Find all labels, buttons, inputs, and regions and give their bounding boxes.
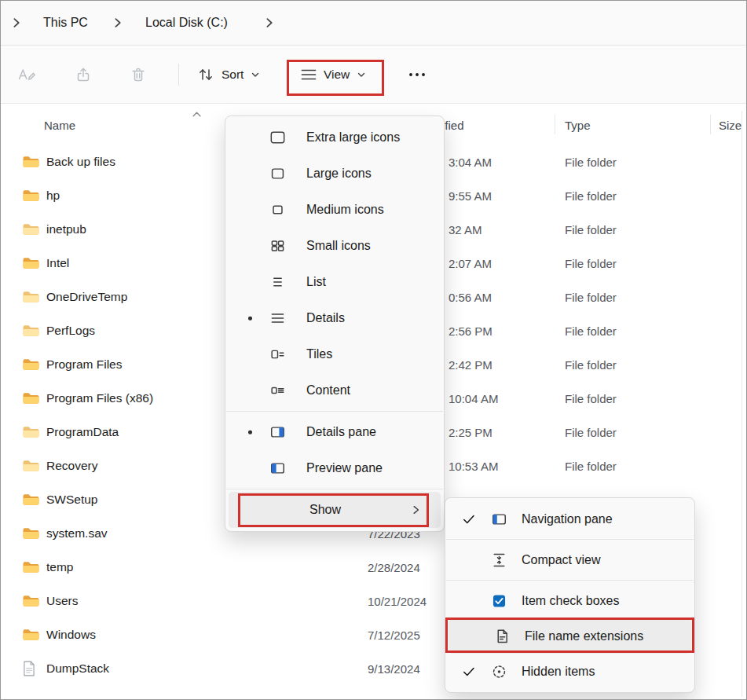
delete-button[interactable] (125, 61, 152, 88)
file-date-modified: 10:04 AM (449, 391, 498, 405)
file-type: File folder (565, 425, 617, 438)
show-submenu: Navigation paneCompact viewItem check bo… (445, 497, 695, 693)
file-name: system.sav (46, 526, 108, 541)
menu-item-label: Preview pane (306, 461, 383, 475)
show-submenu-item-file-name-extensions[interactable]: File name extensions (449, 618, 691, 654)
view-menu-item-details[interactable]: Details (225, 300, 444, 336)
menu-separator (226, 411, 443, 412)
view-menu-item-tiles[interactable]: Tiles (225, 336, 444, 372)
file-date-modified: 2/28/2024 (368, 560, 420, 574)
show-submenu-item-navigation-pane[interactable]: Navigation pane (445, 501, 694, 537)
view-menu-item-medium-icons[interactable]: Medium icons (225, 192, 444, 228)
folder-light-icon (22, 424, 40, 439)
file-date-modified: 0:56 AM (449, 290, 492, 303)
column-header-type[interactable]: Type (565, 118, 591, 131)
menu-item-label: Small icons (306, 239, 371, 253)
chevron-down-icon (357, 70, 366, 79)
file-type: File folder (565, 391, 617, 405)
column-header-name[interactable]: Name (44, 118, 75, 131)
tiles-view-icon (269, 346, 286, 363)
chevron-down-icon (251, 70, 260, 79)
menu-item-label: Tiles (306, 347, 332, 361)
file-date-modified: 7/12/2025 (368, 628, 420, 641)
column-header-size[interactable]: Size (719, 118, 742, 131)
show-submenu-item-item-check-boxes[interactable]: Item check boxes (445, 583, 694, 618)
menu-item-label: Item check boxes (522, 594, 620, 608)
chevron-right-icon[interactable] (11, 17, 21, 29)
medium-icons-icon (269, 202, 286, 218)
file-name: Back up files (46, 155, 115, 169)
navigation-pane-icon (491, 511, 507, 527)
column-divider[interactable] (710, 115, 711, 134)
selected-indicator (248, 431, 252, 434)
file-type: File folder (565, 459, 617, 472)
folder-icon (22, 390, 40, 405)
folder-icon (22, 559, 40, 574)
column-divider[interactable] (555, 115, 555, 134)
view-menu-item-preview-pane[interactable]: Preview pane (225, 450, 444, 486)
breadcrumb-local-disk-c[interactable]: Local Disk (C:) (145, 16, 228, 30)
details-pane-icon (269, 424, 286, 441)
address-bar: This PC Local Disk (C:) (1, 1, 746, 46)
file-date-modified: 10/21/2024 (368, 594, 427, 607)
file-type: File folder (565, 222, 617, 236)
file-name: Program Files (x86) (46, 391, 153, 405)
file-date-modified: 2:42 PM (449, 357, 493, 371)
file-name: hp (46, 189, 60, 203)
details-view-icon (269, 310, 286, 327)
menu-item-label: Show (309, 503, 341, 517)
view-menu-item-content[interactable]: Content (225, 372, 444, 409)
share-button[interactable] (70, 61, 97, 88)
menu-item-label: Extra large icons (306, 130, 400, 145)
view-menu: Extra large iconsLarge iconsMedium icons… (225, 115, 445, 532)
file-name: Users (46, 594, 78, 608)
scrollbar[interactable] (742, 111, 742, 697)
folder-icon (22, 526, 40, 541)
view-menu-item-list[interactable]: List (225, 264, 444, 300)
menu-separator (446, 539, 694, 540)
view-label: View (324, 68, 350, 82)
file-name: PerfLogs (46, 324, 95, 338)
large-icons-icon (269, 166, 286, 182)
sort-label: Sort (222, 68, 244, 82)
file-name: OneDriveTemp (46, 290, 127, 304)
file-name: Recovery (46, 459, 97, 473)
folder-light-icon (22, 289, 40, 304)
chevron-right-icon[interactable] (112, 17, 123, 29)
show-submenu-item-compact-view[interactable]: Compact view (445, 542, 694, 577)
file-type: File folder (565, 189, 617, 202)
chevron-right-icon[interactable] (264, 17, 274, 29)
file-type: File folder (565, 357, 617, 371)
view-button[interactable]: View (293, 61, 374, 88)
file-date-modified: 3:04 AM (449, 155, 492, 168)
file-name: DumpStack (46, 662, 109, 676)
menu-separator (226, 489, 443, 489)
file-date-modified: 32 AM (449, 222, 482, 236)
more-options-button[interactable] (403, 67, 431, 82)
breadcrumb-this-pc[interactable]: This PC (43, 16, 88, 30)
menu-item-label: Hidden items (522, 665, 595, 679)
checkmark-icon (463, 514, 475, 524)
show-submenu-item-hidden-items[interactable]: Hidden items (445, 654, 694, 689)
view-menu-item-details-pane[interactable]: Details pane (225, 414, 444, 450)
rename-button[interactable] (12, 61, 42, 88)
view-menu-item-show[interactable]: Show (229, 492, 441, 528)
file-icon (22, 660, 36, 676)
file-name-extensions-icon (494, 628, 511, 644)
sort-ascending-icon (192, 111, 202, 118)
sort-button[interactable]: Sort (189, 60, 268, 90)
file-name: Intel (46, 256, 69, 270)
view-menu-item-small-icons[interactable]: Small icons (225, 228, 444, 264)
menu-item-label: Details (306, 311, 345, 325)
view-menu-item-extra-large-icons[interactable]: Extra large icons (225, 119, 444, 156)
menu-separator (446, 580, 694, 581)
folder-icon (22, 188, 40, 203)
list-view-icon (269, 274, 286, 291)
view-menu-item-large-icons[interactable]: Large icons (225, 156, 444, 192)
file-date-modified: 9:55 AM (449, 189, 492, 202)
menu-item-label: Content (306, 383, 350, 398)
menu-item-label: Medium icons (306, 203, 384, 217)
file-date-modified: 9/13/2024 (368, 662, 420, 675)
file-name: ProgramData (46, 425, 119, 439)
file-date-modified: 2:07 AM (449, 256, 492, 269)
